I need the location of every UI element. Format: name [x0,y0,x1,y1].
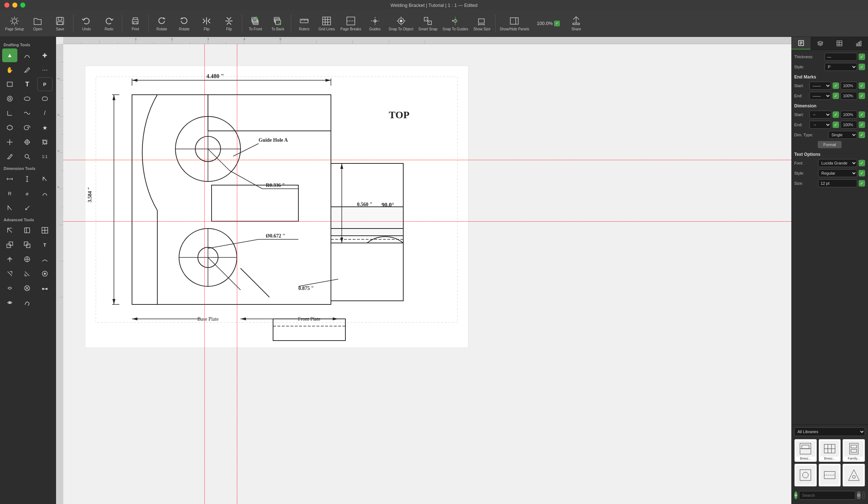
adv-12-tool[interactable] [37,267,52,281]
show-size-button[interactable]: Show Size [471,12,493,35]
rotate-ccw-button[interactable]: Rotate [173,12,195,35]
adv-17-tool[interactable] [20,296,35,309]
drawing-area[interactable]: 90.0° TOP 4.480 " 0.560 " 3.584 " Guide … [63,44,791,504]
snap-to-object-button[interactable]: Snap To Object [387,12,416,35]
scale-tool[interactable]: 1:1 [37,150,52,163]
lib-search-input[interactable] [799,491,855,500]
dim-end-confirm[interactable]: ✓ [833,121,839,128]
symbol-tool[interactable]: P [37,77,52,91]
tab-layers[interactable] [810,37,830,50]
cross-hatch-tool[interactable] [2,135,17,149]
lib-item-6[interactable] [842,464,865,487]
end-marks-end-pct[interactable] [841,92,857,100]
text-size-input[interactable] [818,179,857,187]
lib-item-5[interactable] [818,464,841,487]
dim-angular-tool[interactable] [37,172,52,186]
snap-to-guides-button[interactable]: Snap To Guides [441,12,471,35]
rectangle-tool[interactable] [2,77,17,91]
lib-item-1[interactable]: Breez... [794,439,817,462]
adv-5-tool[interactable] [20,238,35,252]
lib-item-2[interactable]: Breez... [818,439,841,462]
text-style-confirm[interactable]: ✓ [859,170,865,176]
zoom-tool[interactable] [20,150,35,163]
angle-tool[interactable] [2,106,17,120]
share-button[interactable]: Share [565,12,587,35]
transform-tool[interactable]: ✚ [37,48,52,62]
adv-10-tool[interactable] [2,267,17,281]
to-back-button[interactable]: To Back [267,12,289,35]
dim-type-confirm[interactable]: ✓ [859,132,865,138]
align-tool[interactable] [20,135,35,149]
adv-15-tool[interactable] [37,281,52,295]
pen-tool[interactable] [20,63,35,77]
dim-start-pct[interactable] [841,111,857,119]
text-size-confirm[interactable]: ✓ [859,180,865,187]
dim-linear-v-tool[interactable] [20,172,35,186]
dim-leader-tool[interactable] [20,201,35,215]
dim-arc-tool[interactable] [37,187,52,200]
close-button[interactable] [4,3,9,8]
dim-start-select[interactable]: ← [809,111,831,119]
lib-add-button[interactable]: + [794,491,797,499]
slash-tool[interactable]: / [37,106,52,120]
smart-snap-button[interactable]: Smart Snap [416,12,440,35]
end-marks-end-select[interactable]: —— [809,92,831,100]
zoom-control[interactable]: 100.0% ✓ [532,12,565,35]
adv-16-tool[interactable] [2,296,17,309]
zoom-check[interactable]: ✓ [554,21,560,26]
dim-type-select[interactable]: Single [828,131,857,139]
flip-h-button[interactable]: Flip [196,12,217,35]
thickness-input[interactable] [825,53,857,61]
lib-settings-button[interactable]: ⚙ [857,491,861,499]
end-marks-end-pct-confirm[interactable]: ✓ [859,93,865,99]
adv-7-tool[interactable] [2,252,17,266]
dim-end-pct-confirm[interactable]: ✓ [859,121,865,128]
text-font-select[interactable]: Lucida Grande [818,159,857,167]
circle-dim-tool[interactable] [2,92,17,106]
star-tool[interactable]: ★ [37,121,52,134]
show-hide-panels-button[interactable]: Show/Hide Panels [498,12,532,35]
minimize-button[interactable] [12,3,17,8]
end-marks-end-confirm[interactable]: ✓ [833,93,839,99]
end-marks-start-pct-confirm[interactable]: ✓ [859,82,865,89]
adv-14-tool[interactable] [20,281,35,295]
dim-angle2-tool[interactable] [2,201,17,215]
guides-button[interactable]: Guides [364,12,386,35]
adv-4-tool[interactable] [2,238,17,252]
polygon-tool[interactable] [2,121,17,134]
bezier-tool[interactable] [20,48,35,62]
print-button[interactable]: Print [124,12,146,35]
spiral-tool[interactable] [20,121,35,134]
end-marks-start-confirm[interactable]: ✓ [833,82,839,89]
flip-v-button[interactable]: Flip [218,12,240,35]
rulers-button[interactable]: Rulers [293,12,315,35]
style-confirm-btn[interactable]: ✓ [859,64,865,70]
undo-button[interactable]: Undo [76,12,97,35]
canvas-area[interactable]: 1 2 3 4 5 [56,37,791,504]
crop-tool[interactable] [37,135,52,149]
dim-start-confirm[interactable]: ✓ [833,111,839,118]
libraries-select[interactable]: All Libraries [794,427,865,436]
dim-diameter-tool[interactable]: ⌀ [20,187,35,200]
maximize-button[interactable] [20,3,25,8]
text-style-select[interactable]: Regular [818,169,857,177]
dim-radius-tool[interactable]: R [2,187,17,200]
adv-8-tool[interactable] [20,252,35,266]
adv-13-tool[interactable] [2,281,17,295]
dim-end-select[interactable]: → [809,121,831,129]
page-setup-button[interactable]: Page Setup [3,12,26,35]
lib-item-3[interactable]: Family... [842,439,865,462]
rounded-tool[interactable] [37,92,52,106]
adv-9-tool[interactable] [37,252,52,266]
select-tool[interactable]: ▲ [2,48,17,62]
dim-start-pct-confirm[interactable]: ✓ [859,111,865,118]
paint-tool[interactable] [2,150,17,163]
format-button[interactable]: Format [818,141,842,148]
hand-tool[interactable]: ✋ [2,63,17,77]
dim-end-pct[interactable] [841,121,857,129]
lib-theme-button[interactable] [862,491,865,499]
save-button[interactable]: Save [49,12,71,35]
ellipse-tool[interactable] [20,92,35,106]
end-marks-start-pct[interactable] [841,82,857,90]
adv-6-tool[interactable]: T [37,238,52,252]
